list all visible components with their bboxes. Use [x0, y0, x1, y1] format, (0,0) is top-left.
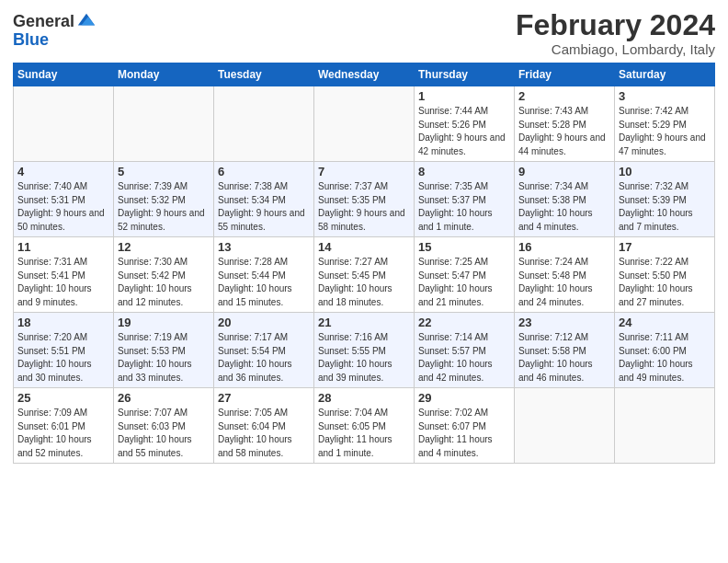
table-row: 18Sunrise: 7:20 AM Sunset: 5:51 PM Dayli… [14, 313, 114, 388]
table-row: 16Sunrise: 7:24 AM Sunset: 5:48 PM Dayli… [515, 237, 615, 313]
logo-general-text: General [13, 13, 74, 31]
day-info: Sunrise: 7:04 AM Sunset: 6:05 PM Dayligh… [318, 407, 410, 460]
day-info: Sunrise: 7:12 AM Sunset: 5:58 PM Dayligh… [518, 331, 610, 385]
table-row: 24Sunrise: 7:11 AM Sunset: 6:00 PM Dayli… [615, 313, 715, 388]
table-row [314, 86, 415, 162]
day-number: 4 [17, 165, 109, 178]
day-info: Sunrise: 7:14 AM Sunset: 5:57 PM Dayligh… [418, 331, 510, 385]
table-row: 7Sunrise: 7:37 AM Sunset: 5:35 PM Daylig… [314, 162, 415, 237]
day-info: Sunrise: 7:17 AM Sunset: 5:54 PM Dayligh… [218, 331, 310, 385]
table-row: 19Sunrise: 7:19 AM Sunset: 5:53 PM Dayli… [114, 313, 214, 388]
day-number: 7 [318, 165, 410, 178]
logo: General Blue [13, 13, 97, 50]
day-number: 2 [518, 89, 610, 103]
day-number: 25 [17, 391, 109, 405]
col-wednesday: Wednesday [314, 63, 415, 86]
month-title: February 2024 [516, 9, 715, 41]
table-row: 15Sunrise: 7:25 AM Sunset: 5:47 PM Dayli… [415, 237, 515, 313]
day-number: 14 [318, 240, 410, 254]
col-sunday: Sunday [14, 63, 114, 86]
day-info: Sunrise: 7:20 AM Sunset: 5:51 PM Dayligh… [17, 331, 109, 385]
table-row: 28Sunrise: 7:04 AM Sunset: 6:05 PM Dayli… [314, 388, 415, 464]
day-number: 27 [218, 391, 310, 405]
day-info: Sunrise: 7:30 AM Sunset: 5:42 PM Dayligh… [118, 256, 210, 309]
table-row: 26Sunrise: 7:07 AM Sunset: 6:03 PM Dayli… [114, 388, 214, 464]
day-info: Sunrise: 7:35 AM Sunset: 5:37 PM Dayligh… [418, 180, 510, 234]
table-row: 3Sunrise: 7:42 AM Sunset: 5:29 PM Daylig… [615, 86, 715, 162]
table-row: 5Sunrise: 7:39 AM Sunset: 5:32 PM Daylig… [114, 162, 214, 237]
calendar-table: Sunday Monday Tuesday Wednesday Thursday… [13, 63, 715, 464]
table-row: 9Sunrise: 7:34 AM Sunset: 5:38 PM Daylig… [515, 162, 615, 237]
day-number: 8 [418, 165, 510, 178]
col-tuesday: Tuesday [214, 63, 314, 86]
table-row: 13Sunrise: 7:28 AM Sunset: 5:44 PM Dayli… [214, 237, 314, 313]
table-row: 21Sunrise: 7:16 AM Sunset: 5:55 PM Dayli… [314, 313, 415, 388]
table-row [615, 388, 715, 464]
day-info: Sunrise: 7:31 AM Sunset: 5:41 PM Dayligh… [17, 256, 109, 309]
day-number: 1 [418, 89, 510, 103]
table-row: 12Sunrise: 7:30 AM Sunset: 5:42 PM Dayli… [114, 237, 214, 313]
table-row: 4Sunrise: 7:40 AM Sunset: 5:31 PM Daylig… [14, 162, 114, 237]
table-row: 10Sunrise: 7:32 AM Sunset: 5:39 PM Dayli… [615, 162, 715, 237]
day-info: Sunrise: 7:09 AM Sunset: 6:01 PM Dayligh… [17, 407, 109, 460]
col-friday: Friday [515, 63, 615, 86]
table-row: 25Sunrise: 7:09 AM Sunset: 6:01 PM Dayli… [14, 388, 114, 464]
day-number: 5 [118, 165, 210, 178]
day-number: 15 [418, 240, 510, 254]
day-number: 6 [218, 165, 310, 178]
day-info: Sunrise: 7:22 AM Sunset: 5:50 PM Dayligh… [619, 256, 711, 309]
calendar-week-row: 25Sunrise: 7:09 AM Sunset: 6:01 PM Dayli… [14, 388, 715, 464]
table-row: 27Sunrise: 7:05 AM Sunset: 6:04 PM Dayli… [214, 388, 314, 464]
day-info: Sunrise: 7:42 AM Sunset: 5:29 PM Dayligh… [619, 105, 711, 158]
day-number: 18 [17, 316, 109, 329]
day-info: Sunrise: 7:19 AM Sunset: 5:53 PM Dayligh… [118, 331, 210, 385]
day-info: Sunrise: 7:34 AM Sunset: 5:38 PM Dayligh… [518, 180, 610, 234]
logo-icon [76, 10, 97, 30]
day-info: Sunrise: 7:27 AM Sunset: 5:45 PM Dayligh… [318, 256, 410, 309]
header: General Blue February 2024 Cambiago, Lom… [13, 9, 715, 57]
table-row: 8Sunrise: 7:35 AM Sunset: 5:37 PM Daylig… [415, 162, 515, 237]
day-info: Sunrise: 7:02 AM Sunset: 6:07 PM Dayligh… [418, 407, 510, 460]
day-number: 11 [17, 240, 109, 254]
table-row: 22Sunrise: 7:14 AM Sunset: 5:57 PM Dayli… [415, 313, 515, 388]
day-number: 28 [318, 391, 410, 405]
day-number: 17 [619, 240, 711, 254]
day-number: 19 [118, 316, 210, 329]
day-number: 12 [118, 240, 210, 254]
day-number: 29 [418, 391, 510, 405]
day-number: 10 [619, 165, 711, 178]
table-row: 23Sunrise: 7:12 AM Sunset: 5:58 PM Dayli… [515, 313, 615, 388]
day-number: 9 [518, 165, 610, 178]
table-row [114, 86, 214, 162]
day-info: Sunrise: 7:25 AM Sunset: 5:47 PM Dayligh… [418, 256, 510, 309]
calendar-week-row: 11Sunrise: 7:31 AM Sunset: 5:41 PM Dayli… [14, 237, 715, 313]
table-row: 29Sunrise: 7:02 AM Sunset: 6:07 PM Dayli… [415, 388, 515, 464]
table-row: 2Sunrise: 7:43 AM Sunset: 5:28 PM Daylig… [515, 86, 615, 162]
day-number: 22 [418, 316, 510, 329]
calendar-week-row: 18Sunrise: 7:20 AM Sunset: 5:51 PM Dayli… [14, 313, 715, 388]
day-info: Sunrise: 7:40 AM Sunset: 5:31 PM Dayligh… [17, 180, 109, 234]
day-number: 21 [318, 316, 410, 329]
day-info: Sunrise: 7:05 AM Sunset: 6:04 PM Dayligh… [218, 407, 310, 460]
day-info: Sunrise: 7:07 AM Sunset: 6:03 PM Dayligh… [118, 407, 210, 460]
table-row [14, 86, 114, 162]
table-row: 17Sunrise: 7:22 AM Sunset: 5:50 PM Dayli… [615, 237, 715, 313]
day-number: 24 [619, 316, 711, 329]
table-row: 11Sunrise: 7:31 AM Sunset: 5:41 PM Dayli… [14, 237, 114, 313]
table-row: 6Sunrise: 7:38 AM Sunset: 5:34 PM Daylig… [214, 162, 314, 237]
day-number: 20 [218, 316, 310, 329]
col-saturday: Saturday [615, 63, 715, 86]
day-info: Sunrise: 7:44 AM Sunset: 5:26 PM Dayligh… [418, 105, 510, 158]
logo-blue-text: Blue [13, 30, 49, 49]
day-number: 13 [218, 240, 310, 254]
table-row: 14Sunrise: 7:27 AM Sunset: 5:45 PM Dayli… [314, 237, 415, 313]
day-number: 16 [518, 240, 610, 254]
day-info: Sunrise: 7:32 AM Sunset: 5:39 PM Dayligh… [619, 180, 711, 234]
table-row [515, 388, 615, 464]
day-info: Sunrise: 7:16 AM Sunset: 5:55 PM Dayligh… [318, 331, 410, 385]
table-row: 1Sunrise: 7:44 AM Sunset: 5:26 PM Daylig… [415, 86, 515, 162]
day-number: 23 [518, 316, 610, 329]
day-info: Sunrise: 7:38 AM Sunset: 5:34 PM Dayligh… [218, 180, 310, 234]
day-number: 26 [118, 391, 210, 405]
table-row: 20Sunrise: 7:17 AM Sunset: 5:54 PM Dayli… [214, 313, 314, 388]
